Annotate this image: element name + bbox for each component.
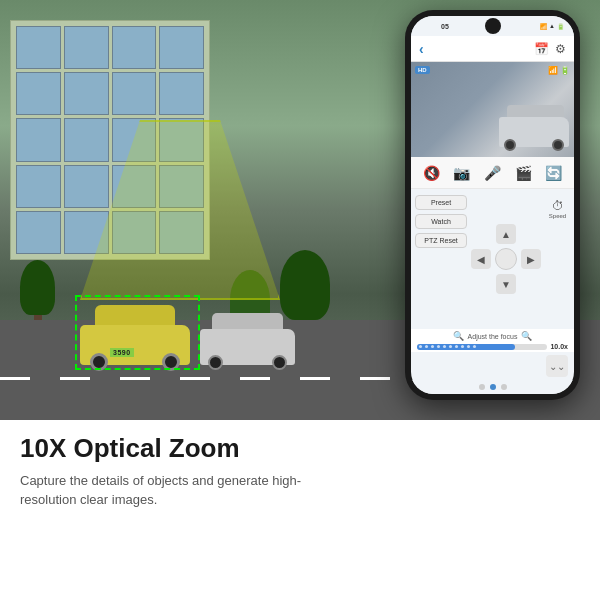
dpad-right[interactable]: ▶ (521, 249, 541, 269)
preset-button[interactable]: Preset (415, 195, 467, 210)
window (64, 26, 109, 69)
page-dot-3[interactable] (501, 384, 507, 390)
refresh-icon[interactable]: 🔄 (545, 165, 562, 181)
window (112, 26, 157, 69)
window (16, 211, 61, 254)
focus-label: 🔍 Adjust the focus 🔍 (417, 331, 568, 341)
dpad: ▲ ▼ ◀ ▶ (471, 224, 541, 294)
ptz-section: Preset Watch PTZ Reset ▲ ▼ ◀ ▶ (411, 189, 574, 329)
focus-dot (437, 345, 440, 348)
wheel-left (208, 355, 223, 370)
phone-screen: 05 📶 ▲ 🔋 ‹ 📅 ⚙ HD 📶 � (411, 16, 574, 394)
text-section: 10X Optical Zoom Capture the details of … (0, 420, 600, 600)
feed-signal: 📶 🔋 (548, 66, 570, 75)
window (16, 118, 61, 161)
app-header: ‹ 📅 ⚙ (411, 36, 574, 62)
license-plate: 3590 (110, 348, 134, 357)
hd-badge: HD (415, 66, 430, 74)
white-car (200, 315, 295, 365)
window (64, 72, 109, 115)
window (64, 118, 109, 161)
focus-track (417, 344, 547, 350)
scroll-indicator: ⌄⌄ (411, 352, 574, 380)
watch-button[interactable]: Watch (415, 214, 467, 229)
controls-row: 🔇 📷 🎤 🎬 🔄 (411, 157, 574, 189)
window (112, 72, 157, 115)
photo-section: 3590 05 📶 ▲ 🔋 ‹ (0, 0, 600, 420)
phone-notch (485, 18, 501, 34)
focus-label-text: Adjust the focus (468, 333, 518, 340)
settings-icon[interactable]: ⚙ (555, 42, 566, 56)
wifi-icon: ▲ (549, 23, 555, 29)
focus-slider[interactable]: 10.0x (417, 343, 568, 350)
focus-zoom-in-icon[interactable]: 🔍 (521, 331, 532, 341)
window (16, 165, 61, 208)
mute-icon[interactable]: 🔇 (423, 165, 440, 181)
focus-dot (455, 345, 458, 348)
scroll-down-button[interactable]: ⌄⌄ (546, 355, 568, 377)
ptz-wheel-area: ▲ ▼ ◀ ▶ (471, 195, 541, 323)
window (159, 26, 204, 69)
camera-wheel-left (504, 139, 516, 151)
calendar-icon[interactable]: 📅 (534, 42, 549, 56)
focus-row: 🔍 Adjust the focus 🔍 (411, 329, 574, 352)
back-button[interactable]: ‹ (419, 41, 424, 57)
focus-zoom-out-icon[interactable]: 🔍 (453, 331, 464, 341)
speed-icon: ⏱ (552, 199, 564, 213)
dpad-down[interactable]: ▼ (496, 274, 516, 294)
wheel-right (162, 353, 180, 371)
camera-feed: HD 📶 🔋 (411, 62, 574, 157)
ptz-buttons: Preset Watch PTZ Reset (415, 195, 467, 323)
wheel-right (272, 355, 287, 370)
speed-label: Speed (549, 213, 566, 219)
dpad-up[interactable]: ▲ (496, 224, 516, 244)
window (16, 72, 61, 115)
feed-battery-icon: 🔋 (560, 66, 570, 75)
focus-dots (419, 345, 545, 349)
window (64, 165, 109, 208)
mic-icon[interactable]: 🎤 (484, 165, 501, 181)
yellow-car: 3590 (80, 310, 190, 365)
dpad-center (495, 248, 517, 270)
signal-icon: 📶 (540, 23, 547, 30)
focus-dot (449, 345, 452, 348)
focus-value: 10.0x (550, 343, 568, 350)
focus-dot (425, 345, 428, 348)
status-icons: 📶 ▲ 🔋 (540, 23, 564, 30)
battery-icon: 🔋 (557, 23, 564, 30)
focus-dot (443, 345, 446, 348)
focus-dot (467, 345, 470, 348)
camera-wheel-right (552, 139, 564, 151)
speed-area: ⏱ Speed (545, 195, 570, 323)
subtext: Capture the details of objects and gener… (20, 471, 340, 510)
page-dot-1[interactable] (479, 384, 485, 390)
camera-car (499, 102, 569, 147)
page-dot-2[interactable] (490, 384, 496, 390)
window (159, 72, 204, 115)
feed-signal-icon: 📶 (548, 66, 558, 75)
focus-dot (461, 345, 464, 348)
dpad-left[interactable]: ◀ (471, 249, 491, 269)
page-dots (411, 380, 574, 394)
status-time: 05 (441, 23, 449, 30)
focus-dot (473, 345, 476, 348)
focus-dot (419, 345, 422, 348)
ptz-reset-button[interactable]: PTZ Reset (415, 233, 467, 248)
window (16, 26, 61, 69)
focus-dot (431, 345, 434, 348)
record-icon[interactable]: 🎬 (515, 165, 532, 181)
camera-icon[interactable]: 📷 (453, 165, 470, 181)
header-icons: 📅 ⚙ (534, 42, 566, 56)
headline: 10X Optical Zoom (20, 434, 580, 463)
phone: 05 📶 ▲ 🔋 ‹ 📅 ⚙ HD 📶 � (405, 10, 580, 400)
wheel-left (90, 353, 108, 371)
